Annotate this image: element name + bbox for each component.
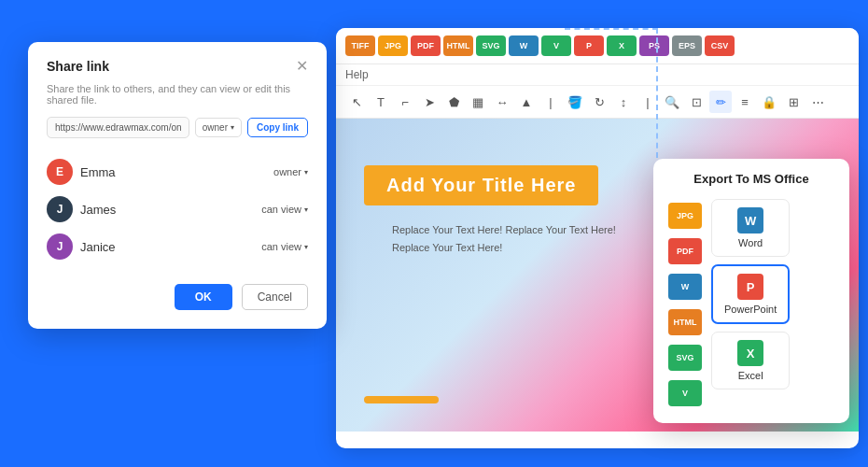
- user-row: E Emma owner ▾: [47, 153, 308, 191]
- role-dropdown-janice[interactable]: can view ▾: [261, 241, 308, 252]
- user-info-emma: E Emma: [47, 159, 116, 185]
- powerpoint-icon: P: [737, 274, 763, 300]
- fmt-tiff[interactable]: TIFF: [345, 35, 375, 56]
- table-icon[interactable]: ▦: [467, 91, 489, 113]
- word-icon: W: [737, 207, 763, 234]
- fmt-word[interactable]: W: [509, 35, 539, 56]
- role-value-janice: can view: [261, 241, 301, 252]
- export-item-powerpoint[interactable]: P PowerPoint: [711, 264, 790, 324]
- chevron-down-icon: ▾: [304, 168, 308, 177]
- crop-icon[interactable]: ⊡: [685, 91, 707, 113]
- slide-text: Replace Your Text Here! Replace Your Tex…: [392, 221, 616, 256]
- role-label: owner: [203, 122, 228, 133]
- user-row: J James can view ▾: [47, 191, 308, 228]
- avatar-emma: E: [47, 159, 73, 185]
- dialog-header: Share link ✕: [47, 59, 308, 74]
- role-dropdown-link[interactable]: owner ▾: [195, 118, 242, 137]
- user-info-james: J James: [47, 196, 116, 222]
- export-side-icons: JPG PDF W HTML SVG V: [668, 199, 702, 406]
- fmt-csv[interactable]: CSV: [705, 35, 735, 56]
- fmt-svg[interactable]: SVG: [476, 35, 506, 56]
- share-dialog: Share link ✕ Share the link to others, a…: [28, 42, 327, 329]
- link-input[interactable]: [47, 117, 189, 138]
- fmt-eps[interactable]: EPS: [672, 35, 702, 56]
- user-row: J Janice can view ▾: [47, 228, 308, 265]
- fmt-xlsx[interactable]: X: [607, 35, 637, 56]
- user-name-emma: Emma: [80, 165, 116, 179]
- fmt-jpg[interactable]: JPG: [378, 35, 408, 56]
- export-item-word[interactable]: W Word: [711, 199, 790, 257]
- copy-link-button[interactable]: Copy link: [247, 118, 308, 137]
- arrow-icon[interactable]: ➤: [418, 91, 441, 113]
- fmt-ps[interactable]: PS: [639, 35, 669, 56]
- resize-icon[interactable]: ↔: [491, 91, 513, 113]
- dialog-title: Share link: [47, 59, 109, 74]
- fmt-html[interactable]: HTML: [443, 35, 473, 56]
- excel-label: Excel: [738, 370, 763, 381]
- corner-icon[interactable]: ⌐: [394, 91, 416, 113]
- link-row: owner ▾ Copy link: [47, 117, 308, 138]
- fmt-vsdx[interactable]: V: [541, 35, 571, 56]
- dialog-description: Share the link to others, and they can v…: [47, 83, 308, 106]
- format-toolbar: TIFF JPG PDF HTML SVG W V P X PS EPS CSV: [336, 28, 859, 64]
- connector-line-h: [565, 28, 658, 30]
- user-info-janice: J Janice: [47, 234, 116, 260]
- chevron-down-icon: ▾: [231, 123, 234, 132]
- export-item-excel[interactable]: X Excel: [711, 332, 790, 389]
- cursor-icon[interactable]: ↖: [345, 91, 368, 113]
- side-icon-jpg[interactable]: JPG: [668, 203, 702, 229]
- fmt-pdf[interactable]: PDF: [411, 35, 441, 56]
- export-panel: Export To MS Office JPG PDF W HTML SVG V…: [653, 159, 849, 423]
- side-icon-svg[interactable]: SVG: [668, 345, 702, 371]
- role-value-james: can view: [261, 204, 301, 215]
- help-bar: Help: [336, 64, 859, 86]
- export-items: W Word P PowerPoint X Excel: [711, 199, 790, 406]
- user-list: E Emma owner ▾ J James can view ▾ J Jani…: [47, 153, 308, 265]
- user-name-janice: Janice: [80, 240, 116, 254]
- fmt-ppt[interactable]: P: [574, 35, 604, 56]
- cancel-button[interactable]: Cancel: [242, 284, 308, 310]
- slide-orange-bar: [364, 396, 439, 403]
- chevron-down-icon: ▾: [304, 205, 308, 214]
- lines-icon[interactable]: ≡: [734, 91, 756, 113]
- role-dropdown-emma[interactable]: owner ▾: [273, 166, 308, 177]
- word-label: Word: [738, 237, 763, 248]
- text-icon[interactable]: T: [370, 91, 392, 113]
- side-icon-html[interactable]: HTML: [668, 309, 702, 335]
- slide-title: Add Your Title Here: [364, 165, 598, 205]
- help-label[interactable]: Help: [345, 68, 369, 81]
- more-icon[interactable]: ⋯: [806, 91, 829, 113]
- flip-icon[interactable]: ↕: [612, 91, 635, 113]
- role-value-emma: owner: [273, 166, 301, 177]
- dialog-footer: OK Cancel: [47, 284, 308, 310]
- fill-icon[interactable]: 🪣: [564, 91, 586, 113]
- avatar-james: J: [47, 196, 73, 222]
- font-icon[interactable]: ▲: [515, 91, 538, 113]
- icon-toolbar: ↖ T ⌐ ➤ ⬟ ▦ ↔ ▲ | 🪣 ↻ ↕ | 🔍 ⊡ ✏ ≡ 🔒 ⊞ ⋯: [336, 86, 859, 119]
- excel-icon: X: [737, 340, 763, 366]
- separator1: |: [539, 91, 562, 113]
- close-button[interactable]: ✕: [296, 59, 308, 74]
- lock-icon[interactable]: 🔒: [758, 91, 780, 113]
- zoom-icon[interactable]: 🔍: [661, 91, 683, 113]
- ok-button[interactable]: OK: [175, 284, 232, 310]
- side-icon-word[interactable]: W: [668, 274, 702, 300]
- chevron-down-icon: ▾: [304, 243, 308, 251]
- shape-icon[interactable]: ⬟: [442, 91, 465, 113]
- avatar-janice: J: [47, 234, 73, 260]
- export-title: Export To MS Office: [668, 172, 834, 186]
- slide-text-line1: Replace Your Text Here! Replace Your Tex…: [392, 221, 616, 239]
- side-icon-pdf[interactable]: PDF: [668, 238, 702, 264]
- slide-text-line2: Replace Your Text Here!: [392, 239, 616, 257]
- pen-icon[interactable]: ✏: [709, 91, 732, 113]
- export-layout: JPG PDF W HTML SVG V W Word P PowerPoint…: [668, 199, 834, 406]
- frame-icon[interactable]: ⊞: [782, 91, 805, 113]
- role-dropdown-james[interactable]: can view ▾: [261, 204, 308, 215]
- rotate-icon[interactable]: ↻: [588, 91, 610, 113]
- side-icon-v[interactable]: V: [668, 380, 702, 406]
- powerpoint-label: PowerPoint: [724, 304, 777, 315]
- user-name-james: James: [80, 203, 116, 217]
